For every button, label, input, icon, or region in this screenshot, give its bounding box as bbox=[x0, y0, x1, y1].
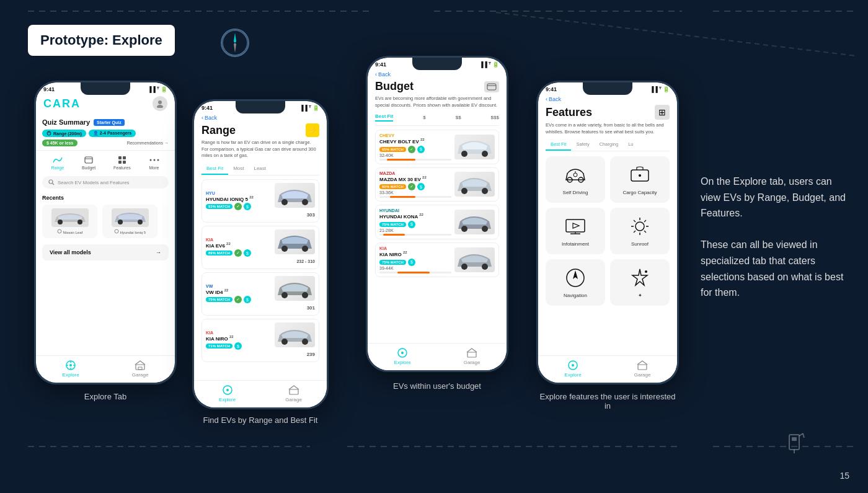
tab-explore-3[interactable]: Explore bbox=[394, 347, 411, 365]
search-bar[interactable]: Search EV Models and Features bbox=[42, 176, 169, 189]
phone1-label: Explore Tab bbox=[34, 392, 177, 401]
phone-notch-3 bbox=[412, 58, 462, 70]
avatar-icon[interactable] bbox=[153, 96, 167, 111]
back-link-3[interactable]: ‹ Back bbox=[375, 71, 499, 78]
fit-tab-most[interactable]: Most bbox=[228, 163, 249, 175]
phone-features: 9:41 ▐▐ ᵀ 🔋 ‹ Back Features ⊞ EVs come i… bbox=[536, 81, 679, 384]
budget-car-3[interactable]: HYUNDAI HYUNDAI KONA 22 75% MATCH $ 21-2… bbox=[375, 205, 499, 239]
svg-rect-88 bbox=[792, 437, 797, 441]
tab-garage-1[interactable]: Garage bbox=[132, 360, 149, 378]
sunroof-label: Sunroof bbox=[631, 241, 649, 247]
range-header-row: Range ⚡ bbox=[202, 123, 319, 137]
budget-tab-1[interactable]: $ bbox=[423, 115, 425, 120]
nav-range[interactable]: Range bbox=[51, 156, 64, 170]
starter-badge: Starter Quiz bbox=[94, 119, 125, 126]
feature-self-driving[interactable]: Self Driving bbox=[546, 156, 605, 203]
budget-tab-bestfit[interactable]: Best Fit bbox=[375, 113, 393, 122]
car-img-niro bbox=[275, 322, 315, 347]
fit-tab-bestfit[interactable]: Best Fit bbox=[202, 163, 228, 175]
tab-explore-1[interactable]: Explore bbox=[63, 360, 79, 378]
bottom-tabs-1: Explore Garage bbox=[36, 355, 175, 383]
budget-car-2[interactable]: MAZDA MAZDA MX 30 EV 22 60% MATCH ✓ $ 33… bbox=[375, 167, 499, 202]
features-tab-bestfit[interactable]: Best Fit bbox=[546, 139, 571, 151]
features-tab-charging[interactable]: Charging bbox=[595, 139, 623, 151]
view-all-button[interactable]: View all models → bbox=[42, 244, 169, 260]
budget-icon bbox=[83, 156, 94, 164]
budget-tab-3[interactable]: $$$ bbox=[491, 115, 499, 120]
svg-point-26 bbox=[58, 229, 61, 233]
phone4-label: Explore features the user is interested … bbox=[536, 392, 679, 411]
budget-tab-2[interactable]: $$ bbox=[456, 115, 461, 120]
tag-passengers[interactable]: 👤 2-4 Passengers bbox=[89, 130, 136, 137]
svg-point-20 bbox=[153, 159, 155, 161]
svg-point-51 bbox=[461, 151, 467, 157]
tag-range[interactable]: Range (200m) bbox=[42, 130, 86, 137]
nav-more[interactable]: More bbox=[149, 156, 160, 170]
svg-point-31 bbox=[69, 364, 72, 366]
recent-car-2[interactable]: Hyundai Ioniq 5 bbox=[102, 205, 157, 238]
svg-point-47 bbox=[226, 389, 229, 391]
feature-infotainment[interactable]: Infotainment bbox=[546, 208, 605, 254]
features-tab-safety[interactable]: Safety bbox=[571, 139, 594, 151]
feature-cargo[interactable]: Cargo Capacity bbox=[610, 156, 670, 203]
garage-icon-3 bbox=[466, 347, 477, 358]
features-tab-lu[interactable]: Lu bbox=[623, 139, 638, 151]
svg-point-44 bbox=[281, 339, 288, 345]
nav-features[interactable]: Features bbox=[113, 156, 131, 170]
feature-star[interactable]: ✦ bbox=[610, 259, 670, 306]
nav-budget[interactable]: Budget bbox=[82, 156, 95, 170]
phone-explore-tab: 9:41 ▐▐ ᵀ 🔋 CARA Quiz Summary Starter Qu… bbox=[34, 81, 177, 384]
feature-navigation[interactable]: Navigation bbox=[546, 259, 605, 306]
range-title: Range bbox=[202, 124, 236, 137]
budget-icon-badge bbox=[484, 81, 499, 92]
infotainment-icon bbox=[564, 215, 587, 238]
svg-line-80 bbox=[634, 231, 636, 233]
svg-marker-69 bbox=[573, 223, 579, 228]
svg-rect-68 bbox=[566, 220, 585, 232]
svg-rect-86 bbox=[638, 365, 647, 370]
explore-icon-2 bbox=[222, 384, 233, 396]
tag-price[interactable]: $ 45K or less bbox=[42, 140, 78, 146]
budget-car-2-img bbox=[454, 172, 495, 197]
range-description: Range is how far an EV can drive on a si… bbox=[202, 140, 319, 159]
tab-garage-2[interactable]: Garage bbox=[285, 384, 302, 402]
fit-tab-least[interactable]: Least bbox=[249, 163, 271, 175]
phone-budget: 9:41 ▐▐ ᵀ 🔋 ‹ Back Budget EVs are becomi… bbox=[366, 56, 508, 372]
bottom-tabs-3: Explore Garage bbox=[368, 343, 507, 370]
back-link-4[interactable]: ‹ Back bbox=[546, 96, 670, 102]
phone-notch bbox=[81, 82, 130, 95]
search-icon bbox=[48, 179, 55, 185]
quiz-summary-section: Quiz Summary Starter Quiz Range (200m) 👤… bbox=[36, 115, 175, 150]
phone-notch-2 bbox=[236, 101, 285, 113]
range-car-2-info: KIA KIA EV6 22 89% MATCH ✓ $ bbox=[206, 238, 271, 257]
svg-point-55 bbox=[461, 226, 467, 232]
more-icon bbox=[149, 156, 160, 164]
svg-point-19 bbox=[149, 159, 151, 161]
feature-sunroof[interactable]: Sunroof bbox=[610, 208, 670, 254]
recent-car-2-name: Hyundai Ioniq 5 bbox=[106, 229, 154, 234]
range-car-4[interactable]: KIA KIA NIRO 22 71% MATCH $ bbox=[202, 319, 319, 362]
tab-garage-3[interactable]: Garage bbox=[464, 347, 480, 365]
features-description: EVs come in a wide variety, from basic t… bbox=[546, 122, 670, 135]
cargo-label: Cargo Capacity bbox=[622, 190, 657, 195]
tab-garage-4[interactable]: Garage bbox=[634, 360, 651, 378]
status-time-1: 9:41 bbox=[43, 86, 55, 92]
budget-car-4[interactable]: KIA KIA NIRO 22 75% MATCH $ 39-44K bbox=[375, 242, 499, 277]
budget-car-1[interactable]: CHEVY CHEVY BOLT EV 22 65% MATCH ✓ $ 32-… bbox=[375, 130, 499, 164]
svg-point-9 bbox=[158, 100, 162, 104]
svg-point-56 bbox=[482, 226, 488, 232]
tab-explore-2[interactable]: Explore bbox=[219, 384, 236, 402]
range-car-1[interactable]: HYU HYUNDAI IONIQ 5 22 93% MATCH ✓ $ bbox=[202, 179, 319, 223]
range-car-3[interactable]: VW VW ID4 22 75% MATCH ✓ $ bbox=[202, 272, 319, 316]
tab-explore-4[interactable]: Explore bbox=[565, 360, 582, 378]
sunroof-icon bbox=[629, 215, 651, 238]
cara-logo: CARA bbox=[43, 97, 81, 110]
range-car-2[interactable]: KIA KIA EV6 22 89% MATCH ✓ $ bbox=[202, 226, 319, 269]
explore-tab-icon bbox=[65, 360, 76, 371]
back-link-2[interactable]: ‹ Back bbox=[202, 115, 319, 121]
recent-car-1[interactable]: Nissan Leaf bbox=[42, 205, 97, 238]
recommendations-link[interactable]: Recommendations → bbox=[127, 141, 169, 145]
svg-point-39 bbox=[302, 199, 308, 205]
svg-point-29 bbox=[115, 229, 118, 233]
features-icon bbox=[117, 156, 128, 164]
